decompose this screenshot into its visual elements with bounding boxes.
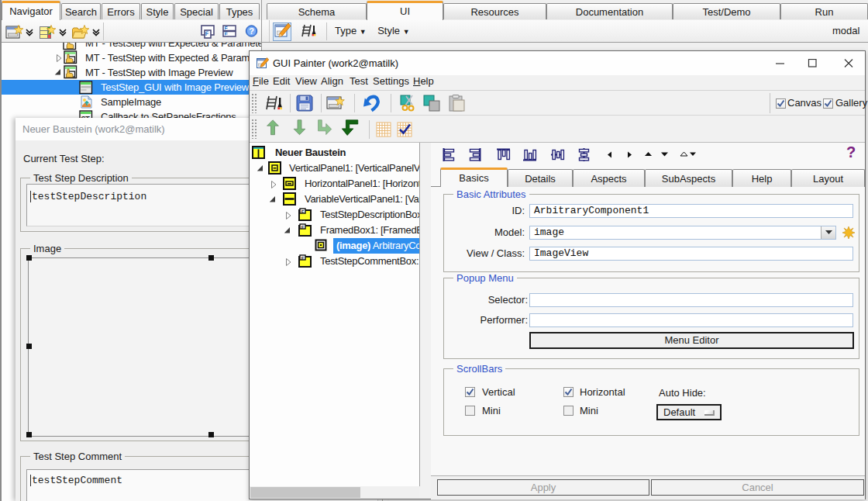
svg-text:?: ? [249, 26, 254, 36]
